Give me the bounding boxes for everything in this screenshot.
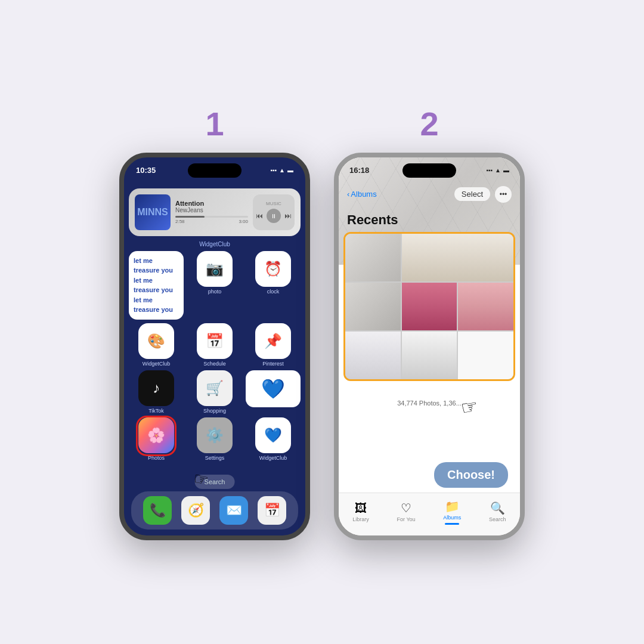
music-time-start: 2:58 xyxy=(175,219,185,224)
music-progress-fill xyxy=(175,216,205,218)
music-label: MUSIC xyxy=(266,201,281,206)
widgetclub2-label: WidgetClub xyxy=(259,455,287,461)
photo-pink-building[interactable] xyxy=(458,283,513,330)
status-icons-1: ▪▪▪ ▲ ▬ xyxy=(270,167,293,174)
tab-for-you[interactable]: ♡ For You xyxy=(397,501,416,522)
widgetclub-label-1: WidgetClub xyxy=(129,241,301,247)
nav-back-button[interactable]: ‹ Albums xyxy=(347,190,377,199)
photo-stars[interactable] xyxy=(345,332,401,379)
phone1-content: MINNS Attention NewJeans 2:58 3:00 xyxy=(124,184,305,535)
heart-icon: 💙 xyxy=(261,377,285,400)
music-time-end: 3:00 xyxy=(239,219,248,224)
chevron-left-icon: ‹ xyxy=(347,190,349,199)
tab-albums[interactable]: 📁 Albums xyxy=(443,499,461,525)
nav-actions: Select ••• xyxy=(454,186,512,203)
step-1: 1 10:35 ▪▪▪ ▲ ▬ MINNS xyxy=(119,104,310,540)
step-2-number: 2 xyxy=(420,104,438,143)
treasure-text: let me treasure youlet me treasure youle… xyxy=(134,256,179,315)
albums-icon: 📁 xyxy=(445,499,460,513)
schedule-icon: 📅 xyxy=(197,323,233,359)
shopping-icon: 🛒 xyxy=(197,370,233,406)
phone2-screen: 16:18 ▪▪▪ ▲ ▬ ‹ Albums Select ••• xyxy=(339,157,520,535)
next-icon[interactable]: ⏭ xyxy=(284,212,292,220)
phone-1: 10:35 ▪▪▪ ▲ ▬ MINNS Attention xyxy=(119,153,310,540)
tab-library[interactable]: 🖼 Library xyxy=(352,501,369,522)
foryou-label: For You xyxy=(397,516,416,522)
prev-icon[interactable]: ⏮ xyxy=(256,212,263,220)
main-container: 1 10:35 ▪▪▪ ▲ ▬ MINNS xyxy=(95,80,549,564)
clock-label: clock xyxy=(267,289,280,295)
wifi-icon: ▲ xyxy=(279,167,285,174)
time-1: 10:35 xyxy=(136,166,156,175)
time-2: 16:18 xyxy=(349,166,369,175)
recents-title: Recents xyxy=(347,212,398,228)
photos-count: 34,774 Photos, 1,36... xyxy=(339,397,520,408)
mail-dock-icon[interactable]: ✉️ xyxy=(219,496,248,525)
tab-search[interactable]: 🔍 Search xyxy=(489,501,506,522)
shopping-label: Shopping xyxy=(203,408,226,414)
library-icon: 🖼 xyxy=(355,501,367,515)
photo-blank[interactable] xyxy=(458,332,513,379)
tiktok-icon: ♪ xyxy=(138,370,174,406)
shopping-app[interactable]: 🛒 Shopping xyxy=(187,370,242,414)
safari-dock-icon[interactable]: 🧭 xyxy=(181,496,210,525)
photos-app[interactable]: 🌸 Photos xyxy=(129,417,184,461)
dock: 📞 🧭 ✉️ 📅 xyxy=(131,491,298,530)
photo-app[interactable]: 📷 photo xyxy=(187,251,242,320)
photo-grid-wrapper[interactable] xyxy=(343,232,515,381)
foryou-icon: ♡ xyxy=(401,501,411,515)
photo-label: photo xyxy=(208,289,222,295)
pinterest-label: Pinterest xyxy=(262,361,284,367)
play-button[interactable]: ⏸ xyxy=(267,209,281,223)
tab-bar: 🖼 Library ♡ For You 📁 Albums 🔍 Sea xyxy=(339,493,520,535)
music-widget[interactable]: MINNS Attention NewJeans 2:58 3:00 xyxy=(129,188,301,236)
calendar-dock-icon[interactable]: 📅 xyxy=(258,496,286,525)
widgetclub-label-2: WidgetClub xyxy=(143,361,171,367)
library-label: Library xyxy=(352,516,369,522)
status-icons-2: ▪▪▪ ▲ ▬ xyxy=(486,167,509,174)
wifi-icon-2: ▲ xyxy=(495,167,501,174)
music-progress-bar[interactable] xyxy=(175,216,248,218)
dynamic-island-1 xyxy=(188,163,242,178)
treasure-widget[interactable]: let me treasure youlet me treasure youle… xyxy=(129,251,184,320)
photo-marble[interactable] xyxy=(345,234,401,281)
select-button[interactable]: Select xyxy=(454,187,490,201)
schedule-app[interactable]: 📅 Schedule xyxy=(187,323,242,367)
widgetclub-app[interactable]: 🎨 WidgetClub xyxy=(129,323,184,367)
clock-icon: ⏰ xyxy=(255,251,291,287)
photo-icon: 📷 xyxy=(197,251,233,287)
tiktok-app[interactable]: ♪ TikTok xyxy=(129,370,184,414)
photo-sphere[interactable] xyxy=(402,332,457,379)
phone-dock-icon[interactable]: 📞 xyxy=(143,496,172,525)
albums-label: Albums xyxy=(443,515,461,521)
battery-icon: ▬ xyxy=(287,167,293,174)
music-artist: NewJeans xyxy=(175,207,248,213)
choose-label: Choose! xyxy=(447,468,495,481)
tiktok-label: TikTok xyxy=(148,408,164,414)
pinterest-app[interactable]: 📌 Pinterest xyxy=(246,323,301,367)
clock-app[interactable]: ⏰ clock xyxy=(246,251,301,320)
hand-pointer-1: ☞ xyxy=(191,468,209,490)
more-button[interactable]: ••• xyxy=(495,186,512,203)
phone-2: 16:18 ▪▪▪ ▲ ▬ ‹ Albums Select ••• xyxy=(334,153,525,540)
photo-pink-sky[interactable] xyxy=(402,283,457,330)
heart-widget[interactable]: 💙 xyxy=(246,370,301,407)
album-art-bg: MINNS xyxy=(135,194,171,230)
music-controls: MUSIC ⏮ ⏸ ⏭ xyxy=(253,194,295,230)
status-bar-2: 16:18 ▪▪▪ ▲ ▬ xyxy=(339,157,520,184)
settings-icon: ⚙️ xyxy=(197,417,233,453)
signal-icon: ▪▪▪ xyxy=(270,167,277,174)
music-title: Attention xyxy=(175,200,248,207)
photo-curtains[interactable] xyxy=(402,234,513,281)
photo-marble-2[interactable] xyxy=(345,283,401,330)
pinterest-icon: 📌 xyxy=(255,323,291,359)
settings-app[interactable]: ⚙️ Settings xyxy=(187,417,242,461)
photos-count-label: 34,774 Photos, 1,36... xyxy=(397,400,462,407)
widgetclub-icon: 🎨 xyxy=(138,323,174,359)
choose-button[interactable]: Choose! xyxy=(434,462,508,488)
photos-label: Photos xyxy=(148,455,165,461)
widgetclub2-app[interactable]: 💙 WidgetClub xyxy=(246,417,301,461)
battery-icon-2: ▬ xyxy=(503,167,509,174)
widgetclub2-icon: 💙 xyxy=(255,417,291,453)
nav-bar: ‹ Albums Select ••• xyxy=(339,184,520,205)
